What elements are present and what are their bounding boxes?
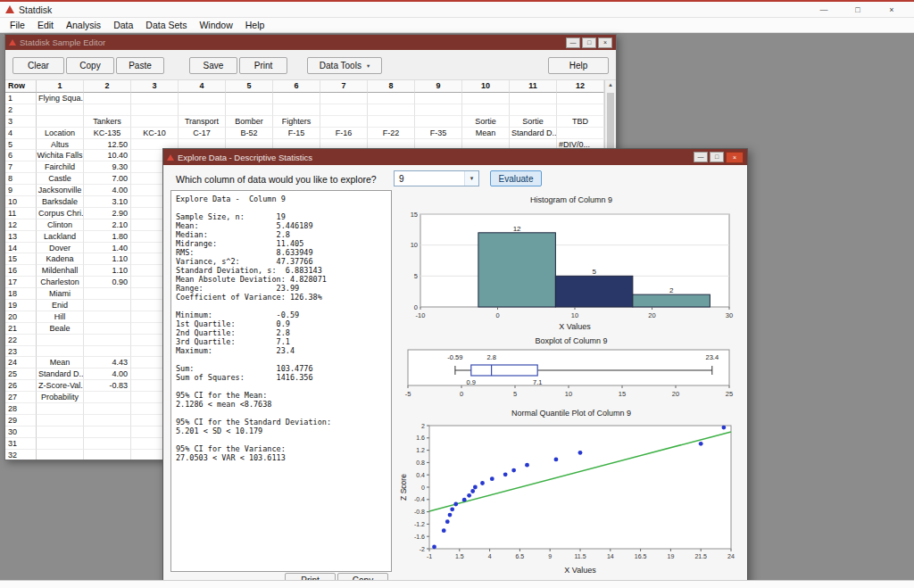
grid-cell[interactable] — [84, 438, 131, 450]
grid-cell[interactable] — [557, 104, 604, 116]
column-header[interactable]: 3 — [131, 80, 179, 93]
row-number[interactable]: 26 — [5, 380, 37, 392]
grid-cell[interactable] — [37, 450, 84, 460]
grid-cell[interactable] — [179, 104, 226, 116]
row-number[interactable]: 27 — [5, 392, 37, 403]
column-header[interactable]: 8 — [368, 80, 415, 93]
paste-button[interactable]: Paste — [116, 57, 164, 74]
grid-cell[interactable]: Altus — [37, 139, 84, 151]
grid-cell[interactable]: 1.10 — [84, 265, 131, 277]
row-number[interactable]: 25 — [5, 369, 37, 380]
row-number[interactable]: 4 — [5, 128, 37, 139]
grid-cell[interactable]: TBD — [557, 116, 604, 128]
row-number[interactable]: 29 — [5, 415, 37, 427]
grid-cell[interactable]: Fighters — [273, 116, 320, 128]
column-header[interactable]: 1 — [37, 80, 84, 93]
grid-cell[interactable]: Dover — [37, 243, 84, 254]
grid-cell[interactable]: 7.00 — [84, 173, 131, 185]
grid-cell[interactable]: Hill — [37, 311, 84, 323]
row-number[interactable]: 30 — [5, 427, 37, 438]
row-number[interactable]: 24 — [5, 357, 37, 369]
grid-cell[interactable] — [273, 104, 320, 116]
grid-cell[interactable] — [320, 93, 368, 104]
row-number[interactable]: 17 — [5, 277, 37, 288]
close-icon[interactable]: × — [875, 2, 909, 17]
grid-cell[interactable]: Tankers — [84, 116, 131, 128]
column-header[interactable]: 5 — [226, 80, 273, 93]
menu-item-data[interactable]: Data — [107, 20, 139, 30]
grid-cell[interactable]: Mildenhall — [37, 265, 84, 277]
grid-cell[interactable]: Sortie — [462, 116, 510, 128]
column-header[interactable]: 6 — [273, 80, 320, 93]
grid-cell[interactable]: F-16 — [320, 128, 368, 139]
grid-cell[interactable] — [131, 116, 179, 128]
grid-cell[interactable] — [84, 104, 131, 116]
grid-cell[interactable]: Sortie — [510, 116, 557, 128]
grid-cell[interactable] — [226, 93, 273, 104]
grid-cell[interactable]: C-17 — [179, 128, 226, 139]
row-number[interactable]: 21 — [5, 323, 37, 335]
grid-cell[interactable] — [37, 415, 84, 427]
grid-cell[interactable] — [557, 128, 604, 139]
grid-cell[interactable] — [510, 93, 557, 104]
row-number[interactable]: 6 — [5, 150, 37, 161]
row-number[interactable]: 13 — [5, 231, 37, 243]
grid-cell[interactable] — [37, 427, 84, 438]
grid-cell[interactable] — [37, 116, 84, 128]
grid-cell[interactable] — [179, 93, 226, 104]
row-number[interactable]: 18 — [5, 288, 37, 300]
grid-cell[interactable]: 4.43 — [84, 357, 131, 369]
grid-cell[interactable]: 9.30 — [84, 161, 131, 173]
row-number[interactable]: 31 — [5, 438, 37, 450]
scroll-up-icon[interactable]: ▲ — [605, 82, 616, 87]
grid-cell[interactable]: 12.50 — [84, 139, 131, 151]
copy-button[interactable]: Copy — [66, 57, 114, 74]
grid-cell[interactable]: Corpus Chri... — [37, 208, 84, 219]
menu-item-help[interactable]: Help — [239, 20, 271, 30]
column-header[interactable]: 10 — [462, 80, 510, 93]
row-number[interactable]: 14 — [5, 243, 37, 254]
column-header[interactable]: 4 — [179, 80, 226, 93]
print-button[interactable]: Print — [239, 57, 287, 74]
grid-cell[interactable]: Standard D... — [510, 128, 557, 139]
grid-cell[interactable] — [320, 116, 368, 128]
grid-cell[interactable] — [84, 311, 131, 323]
grid-cell[interactable]: 2.90 — [84, 208, 131, 219]
grid-cell[interactable] — [368, 93, 415, 104]
grid-cell[interactable]: Clinton — [37, 219, 84, 231]
grid-cell[interactable]: KC-10 — [131, 128, 179, 139]
grid-cell[interactable] — [84, 450, 131, 460]
row-number[interactable]: 9 — [5, 185, 37, 196]
row-number[interactable]: 19 — [5, 300, 37, 311]
row-number[interactable]: 7 — [5, 161, 37, 173]
grid-cell[interactable] — [226, 104, 273, 116]
grid-cell[interactable] — [462, 104, 510, 116]
grid-cell[interactable]: Probability — [37, 392, 84, 403]
row-number[interactable]: 20 — [5, 311, 37, 323]
grid-cell[interactable]: Jacksonville — [37, 185, 84, 196]
grid-cell[interactable]: Z-Score-Val... — [37, 380, 84, 392]
row-number[interactable]: 5 — [5, 139, 37, 151]
grid-cell[interactable]: 2.10 — [84, 219, 131, 231]
grid-cell[interactable] — [84, 323, 131, 335]
grid-cell[interactable] — [84, 93, 131, 104]
row-number[interactable]: 3 — [5, 116, 37, 128]
grid-cell[interactable]: Miami — [37, 288, 84, 300]
column-header[interactable]: 12 — [557, 80, 604, 93]
grid-cell[interactable] — [368, 116, 415, 128]
grid-cell[interactable]: Mean — [462, 128, 510, 139]
grid-cell[interactable]: Transport — [179, 116, 226, 128]
grid-cell[interactable]: 3.10 — [84, 196, 131, 208]
grid-cell[interactable] — [415, 116, 462, 128]
menu-item-file[interactable]: File — [4, 20, 31, 30]
column-select[interactable]: 9 ▾ — [394, 170, 479, 186]
grid-cell[interactable]: F-22 — [368, 128, 415, 139]
grid-cell[interactable]: 1.80 — [84, 231, 131, 243]
grid-cell[interactable] — [320, 104, 368, 116]
minimize-icon[interactable]: — — [694, 152, 708, 162]
grid-cell[interactable]: 10.40 — [84, 150, 131, 161]
grid-cell[interactable] — [84, 427, 131, 438]
grid-corner-header[interactable]: Row — [5, 80, 37, 93]
close-icon[interactable]: × — [598, 37, 612, 48]
menu-item-data-sets[interactable]: Data Sets — [139, 20, 193, 30]
